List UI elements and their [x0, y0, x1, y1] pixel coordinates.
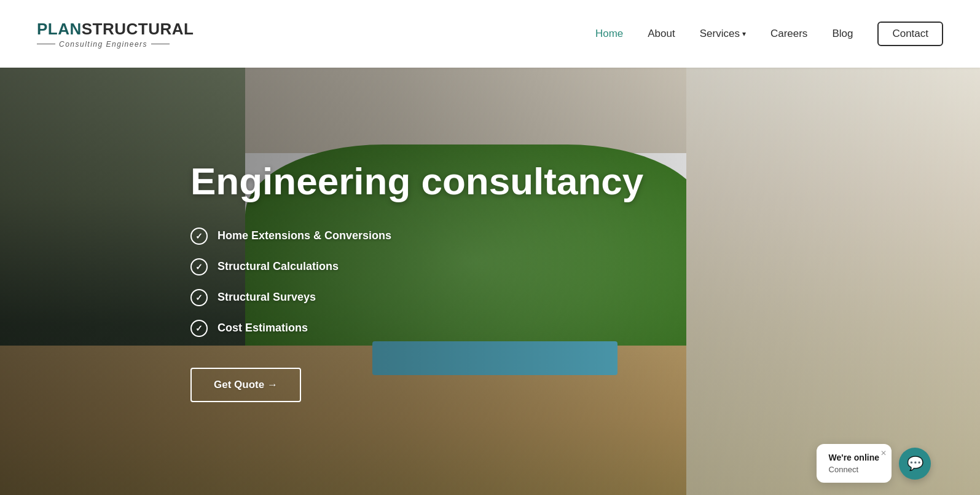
nav-home[interactable]: Home — [595, 28, 623, 40]
hero-title: Engineering consultancy — [190, 160, 980, 202]
check-circle-icon: ✓ — [190, 289, 208, 306]
chat-widget: ✕ We're online Connect 💬 — [817, 444, 931, 483]
check-circle-icon: ✓ — [190, 258, 208, 275]
check-circle-icon: ✓ — [190, 228, 208, 245]
hero-list-item: ✓Structural Calculations — [190, 258, 980, 275]
logo-structural: STRUCTURAL — [82, 20, 194, 39]
chevron-down-icon: ▾ — [742, 30, 746, 38]
hero-content: Engineering consultancy ✓Home Extensions… — [0, 68, 980, 495]
chat-bubble[interactable]: ✕ We're online Connect — [817, 444, 892, 483]
hero-list-item-text: Cost Estimations — [218, 322, 308, 335]
hero-list-item-text: Structural Surveys — [218, 291, 316, 304]
hero-list-item: ✓Cost Estimations — [190, 320, 980, 337]
chat-connect-label[interactable]: Connect — [829, 465, 879, 474]
nav-blog[interactable]: Blog — [832, 28, 853, 40]
hero-list-item: ✓Home Extensions & Conversions — [190, 228, 980, 245]
chat-close-icon[interactable]: ✕ — [880, 449, 887, 457]
logo-plan: PLAN — [37, 20, 82, 39]
nav-careers[interactable]: Careers — [770, 28, 807, 40]
chat-icon: 💬 — [907, 456, 923, 472]
header: PLAN STRUCTURAL Consulting Engineers Hom… — [0, 0, 980, 68]
chat-online-label: We're online — [829, 453, 879, 462]
hero-section: Engineering consultancy ✓Home Extensions… — [0, 68, 980, 495]
hero-list-item: ✓Structural Surveys — [190, 289, 980, 306]
hero-list-item-text: Home Extensions & Conversions — [218, 229, 391, 242]
get-quote-button[interactable]: Get Quote → — [190, 368, 301, 402]
logo[interactable]: PLAN STRUCTURAL Consulting Engineers — [37, 20, 194, 49]
main-nav: Home About Services ▾ Careers Blog Conta… — [595, 22, 943, 46]
chat-icon-button[interactable]: 💬 — [899, 448, 931, 480]
hero-list-item-text: Structural Calculations — [218, 260, 339, 273]
nav-services[interactable]: Services ▾ — [700, 28, 746, 40]
nav-about[interactable]: About — [648, 28, 675, 40]
check-circle-icon: ✓ — [190, 320, 208, 337]
logo-subtitle: Consulting Engineers — [37, 40, 170, 49]
hero-feature-list: ✓Home Extensions & Conversions✓Structura… — [190, 228, 980, 337]
contact-button[interactable]: Contact — [877, 22, 943, 46]
